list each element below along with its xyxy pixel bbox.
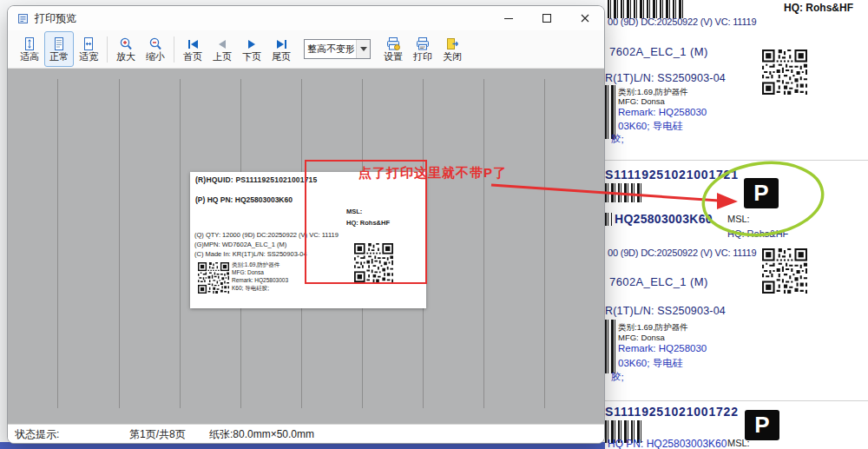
label-remark-text: Remark: HQ258030 bbox=[618, 107, 707, 117]
maximize-button[interactable] bbox=[528, 6, 566, 30]
toolbar-fit-height-button[interactable]: 适高 bbox=[15, 31, 44, 67]
label-hq-text: HQ: Rohs&HF bbox=[727, 228, 788, 239]
last-page-icon bbox=[277, 36, 286, 51]
label-dc-line: 00 (9D) DC:20250922 (V) VC: 11119 bbox=[608, 17, 756, 27]
preview-canvas[interactable]: (R)HQUID: PS11119251021001715 (P) HQ PN:… bbox=[8, 69, 604, 424]
fold-line bbox=[119, 79, 120, 408]
zoom-out-icon bbox=[148, 36, 162, 51]
toolbar-zoom-in-button[interactable]: 放大 bbox=[111, 31, 141, 67]
label-dc-line: 00 (9D) DC:20250922 (V) VC: 11119 bbox=[608, 248, 756, 258]
close-icon bbox=[581, 14, 589, 23]
chevron-down-icon bbox=[356, 40, 370, 58]
toolbar-prev-page-button[interactable]: 上页 bbox=[207, 31, 237, 67]
label-msl-text: MSL: bbox=[727, 214, 750, 224]
printer-icon bbox=[415, 36, 431, 51]
label-uid-text: S11119251021001722 bbox=[605, 405, 739, 419]
p-mark-logo: P bbox=[744, 178, 779, 208]
qr-code bbox=[354, 243, 393, 282]
label-mfg-text: MFG: Donsa bbox=[618, 333, 665, 342]
barcode bbox=[608, 0, 684, 18]
minimize-button[interactable] bbox=[490, 6, 528, 30]
print-preview-window: 打印预览 适高 正常 适宽 放大 bbox=[7, 5, 605, 444]
prev-page-icon bbox=[219, 36, 226, 51]
next-page-icon bbox=[248, 36, 255, 51]
toolbar-settings-button[interactable]: 设置 bbox=[378, 31, 408, 67]
fit-height-icon bbox=[23, 36, 36, 51]
label-pn-text: HQ PN: HQ25803003K60 bbox=[608, 438, 727, 449]
toolbar-close-button[interactable]: 关闭 bbox=[437, 31, 467, 67]
maximize-icon bbox=[542, 14, 551, 23]
preview-mfg-text: MFG: Donsa bbox=[232, 269, 264, 275]
qr-code bbox=[762, 50, 807, 95]
preview-category-text: 类别:1.69,防护器件 bbox=[232, 261, 279, 269]
toolbar-normal-button[interactable]: 正常 bbox=[44, 31, 74, 67]
preview-remark-text: K60; 导电硅胶; bbox=[232, 285, 269, 293]
label-lot-text: R(1T)L/N: SS250903-04 bbox=[605, 72, 726, 84]
label-remark-text: 胶; bbox=[611, 133, 624, 146]
status-hint: 状态提示: bbox=[15, 427, 59, 442]
p-mark-logo: P bbox=[745, 410, 779, 440]
barcode bbox=[605, 320, 615, 373]
fold-line bbox=[57, 79, 58, 408]
preview-mpn-text: (G)MPN: WD7602A_ELC_1 (M) bbox=[194, 241, 286, 248]
preview-pn-text: (P) HQ PN: HQ25803003K60 bbox=[195, 195, 293, 204]
preview-hq-text: HQ: Rohs&HF bbox=[346, 219, 390, 227]
preview-remark-text: Remark: HQ25803003 bbox=[232, 277, 288, 283]
barcode bbox=[605, 85, 615, 139]
qr-code bbox=[762, 248, 807, 294]
minimize-icon bbox=[504, 14, 513, 23]
toolbar-print-button[interactable]: 打印 bbox=[408, 31, 437, 67]
label-remark-text: 03K60; 导电硅 bbox=[618, 357, 682, 370]
app-icon bbox=[17, 13, 29, 24]
label-pn-text: HQ25803003K60 bbox=[615, 212, 713, 226]
toolbar-zoom-out-button[interactable]: 缩小 bbox=[141, 31, 170, 67]
barcode bbox=[605, 183, 643, 202]
toolbar-separator bbox=[107, 36, 108, 63]
label-hq-text: HQ: Rohs&HF bbox=[784, 2, 853, 14]
label-mfg-text: MFG: Donsa bbox=[618, 96, 665, 106]
fold-line bbox=[544, 79, 545, 408]
first-page-icon bbox=[188, 36, 198, 51]
preview-madein-text: (C) Made In: KR(1T)L/N: SS250903-04 bbox=[194, 250, 307, 258]
label-msl-text: MSL: bbox=[727, 438, 750, 448]
normal-view-icon bbox=[52, 36, 66, 51]
label-remark-text: 胶; bbox=[611, 371, 624, 384]
label-remark-text: Remark: HQ258030 bbox=[618, 343, 707, 353]
printer-settings-icon bbox=[385, 36, 401, 51]
background-label-window: HQ: Rohs&HF 00 (9D) DC:20250922 (V) VC: … bbox=[605, 0, 868, 449]
toolbar-separator bbox=[174, 36, 174, 63]
status-bar: 状态提示: 第1页/共8页 纸张:80.0mm×50.0mm bbox=[8, 424, 604, 443]
toolbar-last-page-button[interactable]: 尾页 bbox=[266, 31, 296, 67]
toolbar-next-page-button[interactable]: 下页 bbox=[237, 31, 266, 67]
preview-hquid-text: (R)HQUID: PS11119251021001715 bbox=[195, 175, 317, 184]
toolbar-first-page-button[interactable]: 首页 bbox=[178, 31, 207, 67]
label-mpn-text: 7602A_ELC_1 (M) bbox=[609, 275, 708, 288]
qr-code bbox=[198, 262, 229, 294]
fit-width-icon bbox=[82, 36, 95, 51]
toolbar-fit-width-button[interactable]: 适宽 bbox=[74, 31, 103, 67]
zoom-in-icon bbox=[119, 36, 133, 51]
preview-qty-text: (Q) QTY: 12000 (9D) DC:20250922 (V) VC: … bbox=[194, 231, 339, 239]
label-page-preview: (R)HQUID: PS11119251021001715 (P) HQ PN:… bbox=[190, 172, 426, 308]
label-uid-text: S11119251021001721 bbox=[605, 168, 739, 182]
preview-msl-text: MSL: bbox=[346, 208, 362, 215]
toolbar: 适高 正常 适宽 放大 缩小 首页 上页 下页 bbox=[8, 30, 604, 69]
close-button[interactable] bbox=[566, 6, 604, 30]
label-mpn-text: 7602A_ELC_1 (M) bbox=[609, 45, 708, 58]
status-page-info: 第1页/共8页 bbox=[129, 427, 186, 442]
scale-mode-value: 整高不变形 bbox=[307, 43, 355, 56]
fold-line bbox=[180, 79, 181, 408]
title-bar[interactable]: 打印预览 bbox=[8, 6, 604, 30]
fold-line bbox=[483, 79, 484, 408]
status-paper-info: 纸张:80.0mm×50.0mm bbox=[209, 427, 314, 442]
label-separator bbox=[605, 400, 868, 401]
exit-icon bbox=[445, 36, 460, 51]
barcode bbox=[605, 213, 612, 226]
scale-mode-dropdown[interactable]: 整高不变形 bbox=[304, 39, 371, 59]
label-separator bbox=[605, 160, 868, 161]
window-title: 打印预览 bbox=[35, 11, 76, 26]
label-remark-text: 03K60; 导电硅 bbox=[618, 120, 682, 133]
label-lot-text: R(1T)L/N: SS250903-04 bbox=[605, 305, 726, 317]
